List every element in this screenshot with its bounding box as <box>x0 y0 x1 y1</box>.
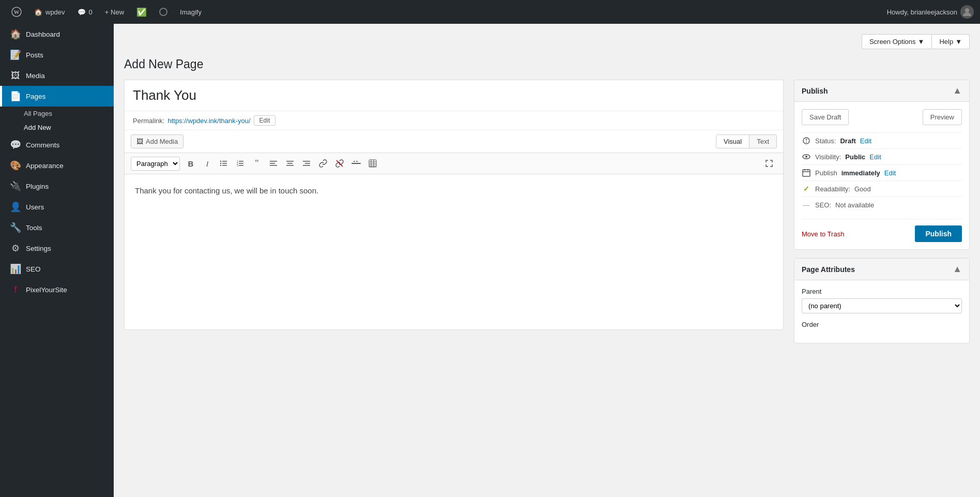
page-attributes-toggle[interactable]: ▲ <box>953 264 962 275</box>
parent-select[interactable]: (no parent) <box>802 298 962 313</box>
dashboard-icon: 🏠 <box>10 29 21 39</box>
status-value: Draft <box>840 137 855 145</box>
page-attributes-header: Page Attributes ▲ <box>794 259 969 280</box>
readability-icon: ✓ <box>802 184 811 193</box>
publish-time-row: Publish immediately Edit <box>802 164 962 180</box>
visual-tab-button[interactable]: Visual <box>716 135 749 148</box>
readability-value: Good <box>854 185 871 193</box>
status-icon <box>802 136 811 145</box>
publish-panel-toggle[interactable]: ▲ <box>953 85 962 96</box>
posts-icon: 📝 <box>10 50 21 60</box>
screen-options-label: Screen Options <box>869 38 916 46</box>
permalink-bar: Permalink: https://wpdev.ink/thank-you/ … <box>125 111 783 130</box>
insert-link-button[interactable] <box>315 156 331 171</box>
calendar-icon <box>802 168 811 177</box>
preview-button[interactable]: Preview <box>923 109 962 125</box>
ordered-list-button[interactable]: 123 <box>233 156 248 171</box>
page-title: Add New Page <box>124 57 970 71</box>
svg-rect-20 <box>286 165 294 166</box>
align-center-button[interactable] <box>282 156 298 171</box>
sidebar-item-appearance[interactable]: 🎨 Appearance <box>0 155 114 176</box>
comments-icon: 💬 <box>78 8 86 16</box>
seo-value: Not available <box>835 201 874 209</box>
publish-footer: Move to Trash Publish <box>802 219 962 242</box>
editor-content-area[interactable]: Thank you for contacting us, we will be … <box>125 174 783 329</box>
permalink-url[interactable]: https://wpdev.ink/thank-you/ <box>167 117 250 125</box>
main-content: Screen Options ▼ Help ▼ Add New Page Per… <box>114 24 980 497</box>
publish-button[interactable]: Publish <box>915 225 962 242</box>
sidebar-subitem-all-pages[interactable]: All Pages <box>0 107 114 121</box>
home-icon: 🏠 <box>34 8 42 16</box>
order-label: Order <box>802 321 962 328</box>
fullscreen-button[interactable] <box>761 156 777 171</box>
sidebar-item-users[interactable]: 👤 Users <box>0 197 114 217</box>
pixelyoursite-icon: f <box>10 284 21 295</box>
save-draft-button[interactable]: Save Draft <box>802 109 849 125</box>
format-select[interactable]: Paragraph <box>131 157 180 171</box>
sidebar-label-media: Media <box>26 72 45 80</box>
chevron-down-icon: ▼ <box>918 38 925 46</box>
readability-row: ✓ Readability: Good <box>802 180 962 197</box>
visibility-value: Public <box>845 153 865 161</box>
screen-options-button[interactable]: Screen Options ▼ <box>862 34 932 49</box>
unordered-list-button[interactable] <box>216 156 232 171</box>
italic-button[interactable]: I <box>200 156 215 171</box>
circle-icon-bar[interactable] <box>154 0 173 24</box>
imagify-link[interactable]: Imagify <box>175 0 207 24</box>
align-left-button[interactable] <box>266 156 281 171</box>
bold-button[interactable]: B <box>183 156 198 171</box>
blockquote-button[interactable]: " <box>249 156 265 171</box>
add-media-button[interactable]: 🖼 Add Media <box>131 134 183 148</box>
order-group: Order <box>802 321 962 328</box>
page-attributes-body: Parent (no parent) Order <box>794 280 969 343</box>
publish-timing-label: Publish <box>815 169 837 177</box>
yoast-icon-bar[interactable]: ✅ <box>131 0 152 24</box>
sidebar-item-dashboard[interactable]: 🏠 Dashboard <box>0 24 114 44</box>
editor-content-text: Thank you for contacting us, we will be … <box>135 185 773 197</box>
text-tab-button[interactable]: Text <box>749 135 776 148</box>
sidebar-label-plugins: Plugins <box>26 183 49 190</box>
sidebar-item-pixelyoursite[interactable]: f PixelYourSite <box>0 279 114 300</box>
seo-row-icon: — <box>802 200 811 209</box>
sidebar-item-posts[interactable]: 📝 Posts <box>0 44 114 65</box>
edit-permalink-button[interactable]: Edit <box>254 115 276 126</box>
table-button[interactable] <box>365 156 380 171</box>
sidebar-label-appearance: Appearance <box>26 162 64 170</box>
add-media-label: Add Media <box>146 138 178 145</box>
parent-group: Parent (no parent) <box>802 288 962 313</box>
sidebar-item-tools[interactable]: 🔧 Tools <box>0 217 114 238</box>
help-button[interactable]: Help ▼ <box>932 34 970 49</box>
wp-logo-link[interactable]: W <box>6 0 27 24</box>
sidebar-item-pages[interactable]: 📄 Pages <box>0 86 114 107</box>
status-edit-link[interactable]: Edit <box>860 137 871 145</box>
site-name-link[interactable]: 🏠 wpdev <box>29 0 70 24</box>
sidebar-item-seo[interactable]: 📊 SEO <box>0 259 114 279</box>
svg-rect-21 <box>303 161 310 162</box>
publish-actions-row: Save Draft Preview <box>802 109 962 125</box>
sidebar-item-settings[interactable]: ⚙ Settings <box>0 238 114 259</box>
align-right-button[interactable] <box>299 156 314 171</box>
seo-row: — SEO: Not available <box>802 197 962 213</box>
publish-timing-edit-link[interactable]: Edit <box>884 169 896 177</box>
permalink-label: Permalink: <box>133 117 164 125</box>
svg-rect-16 <box>270 163 275 164</box>
new-content-link[interactable]: + New <box>100 0 129 24</box>
visibility-edit-link[interactable]: Edit <box>869 153 881 161</box>
unlink-button[interactable] <box>332 156 347 171</box>
media-icon: 🖼 <box>10 70 21 81</box>
comments-link[interactable]: 💬 0 <box>72 0 98 24</box>
editor-toolbar-row1: 🖼 Add Media Visual Text <box>125 130 783 153</box>
svg-text:3: 3 <box>237 164 238 167</box>
svg-rect-15 <box>270 161 277 162</box>
sidebar-item-plugins[interactable]: 🔌 Plugins <box>0 176 114 197</box>
avatar[interactable] <box>960 5 974 19</box>
sidebar-item-comments[interactable]: 💬 Comments <box>0 134 114 155</box>
svg-rect-9 <box>239 161 243 162</box>
post-title-input[interactable] <box>125 80 783 111</box>
sidebar-item-media[interactable]: 🖼 Media <box>0 65 114 86</box>
insert-more-button[interactable] <box>348 156 364 171</box>
sidebar-subitem-add-new[interactable]: Add New <box>0 121 114 134</box>
editor-wrapper: Permalink: https://wpdev.ink/thank-you/ … <box>124 80 970 352</box>
parent-label: Parent <box>802 288 962 295</box>
move-trash-link[interactable]: Move to Trash <box>802 230 844 238</box>
